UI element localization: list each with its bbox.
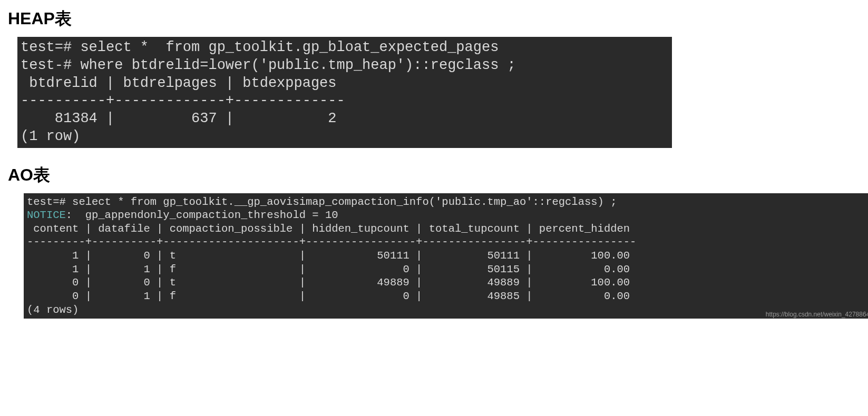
- heap-section-title: HEAP表: [8, 7, 860, 31]
- ao-section-title: AO表: [8, 164, 860, 187]
- ao-query-line: test=# select * from gp_toolkit.__gp_aov…: [27, 196, 617, 208]
- ao-table-row: 0 | 0 | t | 49889 | 49889 | 100.00: [27, 276, 630, 289]
- ao-table-row: 0 | 1 | f | 0 | 49885 | 0.00: [27, 290, 630, 302]
- ao-table-footer: (4 rows): [27, 304, 79, 316]
- notice-label: NOTICE: [27, 209, 66, 221]
- ao-table-row: 1 | 1 | f | 0 | 50115 | 0.00: [27, 263, 630, 275]
- notice-text: : gp_appendonly_compaction_threshold = 1…: [66, 209, 338, 221]
- ao-table-header: content | datafile | compaction_possible…: [27, 223, 630, 235]
- ao-terminal-output: test=# select * from gp_toolkit.__gp_aov…: [24, 193, 868, 319]
- ao-table-separator: ---------+----------+-------------------…: [27, 236, 636, 248]
- watermark-text: https://blog.csdn.net/weixin_42788640: [766, 311, 868, 319]
- heap-terminal-output: test=# select * from gp_toolkit.gp_bloat…: [17, 37, 672, 148]
- ao-table-row: 1 | 0 | t | 50111 | 50111 | 100.00: [27, 250, 630, 262]
